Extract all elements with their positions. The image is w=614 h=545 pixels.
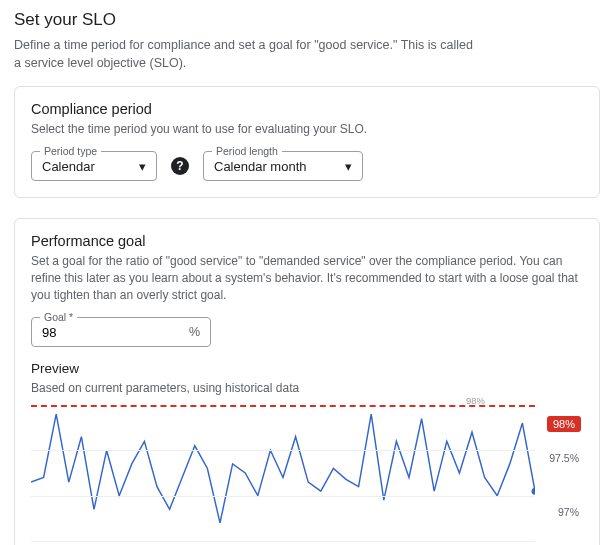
compliance-title: Compliance period: [31, 101, 583, 117]
chart-plot: 98%: [31, 405, 535, 541]
period-length-label: Period length: [212, 145, 282, 157]
performance-desc: Set a goal for the ratio of "good servic…: [31, 253, 583, 305]
threshold-line: [31, 405, 535, 407]
svg-point-0: [532, 488, 535, 495]
goal-unit: %: [189, 325, 200, 339]
grid-line: [31, 541, 535, 542]
preview-desc: Based on current parameters, using histo…: [31, 380, 583, 397]
period-type-value: Calendar: [42, 159, 95, 174]
page-subtitle: Define a time period for compliance and …: [14, 36, 474, 72]
page-title: Set your SLO: [14, 10, 600, 30]
goal-label: Goal *: [40, 311, 77, 323]
period-length-value: Calendar month: [214, 159, 307, 174]
compliance-card: Compliance period Select the time period…: [14, 86, 600, 197]
threshold-badge: 98%: [547, 416, 581, 432]
chevron-down-icon: ▾: [345, 159, 352, 174]
chart-svg: [31, 405, 535, 541]
period-type-select[interactable]: Period type Calendar ▾: [31, 151, 157, 181]
grid-line: [31, 450, 535, 451]
period-type-label: Period type: [40, 145, 101, 157]
y-tick: 97.5%: [549, 452, 579, 464]
grid-line: [31, 496, 535, 497]
performance-card: Performance goal Set a goal for the rati…: [14, 218, 600, 545]
goal-field[interactable]: Goal * %: [31, 317, 211, 347]
chevron-down-icon: ▾: [139, 159, 146, 174]
preview-chart: 98% 98% 97.5% 97% 96.5% UTC-4 7:50 PM 8:…: [31, 405, 583, 545]
y-tick: 97%: [558, 506, 579, 518]
performance-title: Performance goal: [31, 233, 583, 249]
preview-title: Preview: [31, 361, 583, 376]
goal-input[interactable]: [42, 325, 181, 340]
compliance-desc: Select the time period you want to use f…: [31, 121, 583, 138]
period-length-select[interactable]: Period length Calendar month ▾: [203, 151, 363, 181]
help-icon[interactable]: ?: [171, 157, 189, 175]
threshold-tiny-label: 98%: [466, 395, 485, 406]
